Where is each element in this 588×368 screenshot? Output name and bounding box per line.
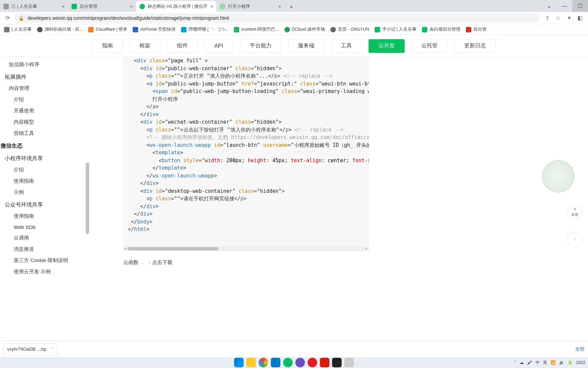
tab-title: 后台管理 [80, 4, 127, 10]
scrollbar-thumb[interactable] [86, 163, 89, 234]
sidebar-item[interactable]: 内容管理 [0, 83, 89, 94]
sidebar-heading[interactable]: 公众号环境共享 [0, 198, 89, 211]
nav-tools[interactable]: 工具 [331, 39, 362, 53]
bookmark-icon [330, 27, 336, 32]
sidebar-item[interactable]: 使用指南 [0, 211, 89, 222]
address-bar: ⟳ 🔒 developers.weixin.qq.com/miniprogram… [0, 12, 588, 24]
bookmark-item[interactable]: 哔哩哔哩 (゜-゜)つ... [178, 25, 231, 34]
sidebar-heading[interactable]: 微信生态 [0, 139, 89, 152]
sidebar-item[interactable]: 消息推送 [0, 244, 89, 255]
tray-chevron-icon[interactable]: ˄ [514, 360, 516, 365]
sidepanel-icon[interactable]: ◧ [574, 13, 585, 24]
download-shelf: vxyfsT9OaDB....zip ˄ 全部 [0, 341, 588, 357]
browser-tab-active[interactable]: 静态网站 H5 跳小程序 | 微信开× [136, 1, 216, 12]
bookmark-icon [133, 27, 138, 32]
netease-music-icon[interactable] [320, 358, 329, 367]
sidebar-item[interactable]: 营销工具 [0, 128, 89, 139]
bookmark-item[interactable]: Cloudflare | 登录 [85, 25, 130, 34]
wechat-icon[interactable] [283, 358, 293, 367]
vscode-icon[interactable] [271, 358, 280, 367]
nav-api[interactable]: API [205, 39, 233, 53]
sidebar-item[interactable]: 短信跳小程序 [0, 59, 89, 70]
bookmark-item[interactable]: | 人生乐事 [1, 25, 34, 34]
bookmark-item[interactable]: 湖科职表白墙 - 后... [34, 25, 86, 34]
sidebar-item[interactable]: 示例 [0, 187, 89, 198]
explorer-icon[interactable] [246, 358, 256, 367]
star-icon[interactable]: ☆ [553, 13, 564, 24]
close-icon[interactable]: × [62, 4, 65, 9]
close-icon[interactable]: × [130, 4, 133, 9]
ime-indicator[interactable]: 中 [536, 360, 540, 366]
extensions-icon[interactable]: ✦ [564, 13, 574, 24]
bookmark-item[interactable]: 表白墙后台管理 [419, 25, 463, 34]
sidebar-item[interactable]: 介绍 [0, 164, 89, 175]
chevron-up-icon[interactable]: ˄ [51, 347, 54, 352]
show-all-downloads[interactable]: 全部 [575, 346, 585, 352]
ime-indicator[interactable]: 英 [543, 360, 547, 366]
browser-tab[interactable]: 打开小程序× [216, 1, 284, 12]
nav-component[interactable]: 组件 [167, 39, 198, 53]
close-icon[interactable]: × [210, 4, 213, 9]
sidebar-item[interactable]: 云调用 [0, 232, 89, 244]
sidebar-heading[interactable]: 小程序环境共享 [0, 152, 89, 164]
code-horizontal-scrollbar[interactable]: ◂ ▸ [123, 246, 369, 251]
tabs-dropdown-icon[interactable]: ⌄ [541, 0, 557, 12]
download-item[interactable]: vxyfsT9OaDB....zip ˄ [3, 343, 58, 355]
nav-framework[interactable]: 框架 [130, 39, 160, 53]
scrollbar-thumb[interactable] [128, 247, 218, 250]
sidebar-item[interactable]: 第三方 Cookie 限制说明 [0, 255, 89, 266]
qq-icon[interactable] [308, 358, 317, 367]
nav-cloud-host[interactable]: 云托管 [411, 39, 447, 53]
bookmark-item[interactable]: 首页 - ONGYUN [328, 25, 372, 34]
sidebar-item[interactable]: Web SDK [0, 222, 89, 232]
start-button[interactable] [234, 358, 244, 367]
window-maximize-button[interactable]: ☐ [572, 0, 588, 12]
bookmark-item[interactable]: iconfont-阿里巴巴... [231, 25, 281, 34]
bookmark-label: 后台管 [473, 27, 487, 32]
bookmark-item[interactable]: 予小记 | 人生乐事 [372, 25, 419, 34]
window-minimize-button[interactable]: — [557, 0, 572, 12]
nav-platform[interactable]: 平台能力 [240, 39, 281, 53]
scroll-right-icon[interactable]: ▸ [364, 246, 369, 251]
new-tab-button[interactable]: + [287, 2, 296, 12]
bookmark-item[interactable]: DCloud 插件市场 [282, 25, 328, 34]
chrome-icon[interactable] [259, 358, 268, 367]
mic-icon[interactable]: 🎤 [527, 360, 532, 365]
scroll-left-icon[interactable]: ◂ [123, 246, 128, 251]
app-icon[interactable] [332, 358, 342, 367]
sidebar-item[interactable]: 使用指南 [0, 175, 89, 187]
feedback-button[interactable]: ?反馈 [567, 204, 583, 220]
sidebar-item[interactable]: 介绍 [0, 94, 89, 105]
bookmark-icon [284, 27, 290, 32]
scroll-top-button[interactable]: ↑ [567, 232, 583, 247]
browser-tab[interactable]: 后台管理× [68, 1, 136, 12]
app-icon[interactable] [295, 358, 305, 367]
sidebar-item[interactable]: 使用云开发·示例 [0, 266, 89, 277]
url-input[interactable]: 🔒 developers.weixin.qq.com/miniprogram/d… [14, 13, 540, 23]
sidebar-scrollbar[interactable] [85, 57, 89, 341]
wifi-icon[interactable]: 📶 [551, 360, 556, 365]
mascot-avatar[interactable] [542, 160, 574, 193]
sidebar-heading[interactable]: 拓展插件 [0, 70, 89, 83]
bookmark-item[interactable]: AirPortal 空投快传 [130, 25, 178, 34]
sidebar[interactable]: 短信跳小程序 拓展插件 内容管理 介绍 开通使用 内容模型 营销工具 微信生态 … [0, 57, 89, 341]
nav-changelog[interactable]: 更新日志 [454, 39, 496, 53]
battery-icon[interactable]: 🔋 [568, 360, 573, 365]
app-icon[interactable] [344, 358, 354, 367]
sidebar-item[interactable]: 开通使用 [0, 105, 89, 117]
code-block[interactable]: <div class="page full" > <div id="public… [123, 57, 369, 251]
close-icon[interactable]: × [278, 4, 281, 9]
volume-icon[interactable]: 🔊 [559, 360, 564, 365]
browser-tabbar: 己 | 人生乐事× 后台管理× 静态网站 H5 跳小程序 | 微信开× 打开小程… [0, 0, 588, 12]
nav-server[interactable]: 服务端 [288, 39, 324, 53]
nav-cloud-dev[interactable]: 云开发 [369, 39, 405, 53]
browser-tab[interactable]: 己 | 人生乐事× [0, 1, 68, 12]
reload-icon[interactable]: ⟳ [3, 13, 12, 23]
share-icon[interactable]: ⇪ [542, 13, 553, 24]
sidebar-item[interactable]: 内容模型 [0, 117, 89, 128]
clock[interactable]: 2022 [576, 360, 585, 365]
bookmark-label: Cloudflare | 登录 [96, 27, 127, 32]
bookmark-item[interactable]: 后台管 [463, 25, 489, 34]
nav-guide[interactable]: 指南 [92, 39, 123, 53]
onedrive-icon[interactable]: ☁ [520, 360, 524, 365]
